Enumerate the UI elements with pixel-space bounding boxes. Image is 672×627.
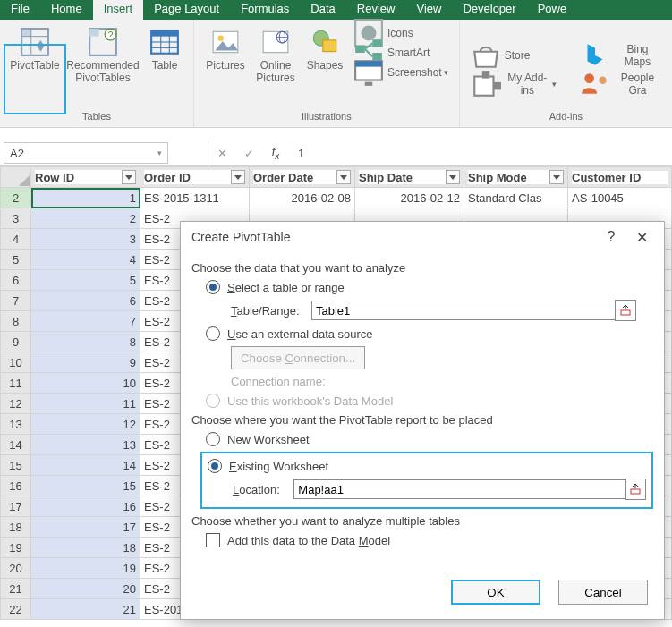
cell-rowid[interactable]: 4 — [31, 250, 140, 270]
chevron-down-icon[interactable]: ▾ — [157, 148, 162, 157]
cell-rowid[interactable]: 3 — [31, 229, 140, 250]
table-row[interactable]: 21ES-2015-13112016-02-082016-02-12Standa… — [1, 188, 672, 208]
row-header[interactable]: 9 — [1, 332, 31, 352]
row-header[interactable]: 18 — [1, 517, 31, 538]
row-header[interactable]: 22 — [1, 599, 31, 620]
cell-rowid[interactable]: 11 — [31, 394, 140, 414]
option-new-worksheet[interactable]: New Worksheet — [206, 432, 653, 446]
table-button[interactable]: Table — [143, 23, 186, 111]
ribbon-tab-data[interactable]: Data — [300, 0, 345, 20]
row-header[interactable]: 15 — [1, 455, 31, 476]
cell-rowid[interactable]: 19 — [31, 558, 140, 579]
row-header[interactable]: 10 — [1, 352, 31, 373]
range-select-button[interactable] — [615, 300, 636, 321]
ribbon-tab-home[interactable]: Home — [40, 0, 93, 20]
row-header[interactable]: 11 — [1, 373, 31, 394]
row-header[interactable]: 6 — [1, 270, 31, 291]
option-add-to-model[interactable]: Add this data to the Data Model — [206, 533, 653, 547]
cell-rowid[interactable]: 6 — [31, 291, 140, 311]
screenshot-button[interactable]: Screenshot ▾ — [350, 63, 452, 82]
filter-dropdown-icon[interactable] — [446, 170, 460, 184]
cell-orderid[interactable]: ES-2015-1311 — [140, 188, 250, 208]
row-header[interactable]: 14 — [1, 435, 31, 455]
cell-rowid[interactable]: 7 — [31, 311, 140, 332]
choose-connection-button[interactable]: Choose Connection... — [231, 346, 365, 369]
row-header[interactable]: 7 — [1, 291, 31, 311]
ribbon-tab-powe[interactable]: Powe — [527, 0, 578, 20]
column-filter-header[interactable]: Row ID — [31, 167, 140, 188]
cell-rowid[interactable]: 16 — [31, 496, 140, 517]
pictures-button[interactable]: Pictures — [201, 23, 250, 111]
ok-button[interactable]: OK — [451, 580, 540, 605]
column-filter-header[interactable]: Ship Date — [355, 167, 464, 188]
row-header[interactable]: 2 — [1, 188, 31, 208]
cell-rowid[interactable]: 12 — [31, 414, 140, 435]
cell-rowid[interactable]: 10 — [31, 373, 140, 394]
option-existing-worksheet[interactable]: Existing Worksheet — [208, 459, 646, 473]
my-addins-button[interactable]: My Add-ins ▾ — [467, 74, 560, 94]
row-header[interactable]: 17 — [1, 496, 31, 517]
cancel-button[interactable]: Cancel — [558, 580, 648, 605]
cell-rowid[interactable]: 14 — [31, 455, 140, 476]
cell-custid[interactable]: AS-10045 — [568, 188, 672, 208]
cell-rowid[interactable]: 5 — [31, 270, 140, 291]
shapes-button[interactable]: Shapes — [302, 23, 348, 111]
cell-rowid[interactable]: 20 — [31, 579, 140, 599]
location-input[interactable] — [293, 479, 625, 499]
location-select-button[interactable] — [625, 479, 646, 500]
row-header[interactable]: 13 — [1, 414, 31, 435]
ribbon-tab-view[interactable]: View — [405, 0, 452, 20]
cell-shipdate[interactable]: 2016-02-12 — [355, 188, 464, 208]
cell-rowid[interactable]: 21 — [31, 599, 140, 620]
store-button[interactable]: Store — [467, 46, 560, 65]
ribbon-tab-file[interactable]: File — [0, 0, 40, 20]
cell-orderdate[interactable]: 2016-02-08 — [250, 188, 355, 208]
cell-rowid[interactable]: 15 — [31, 476, 140, 496]
filter-dropdown-icon[interactable] — [336, 170, 351, 184]
row-header[interactable]: 8 — [1, 311, 31, 332]
cell-rowid[interactable]: 1 — [31, 188, 140, 208]
ribbon-tab-page-layout[interactable]: Page Layout — [143, 0, 230, 20]
cell-rowid[interactable]: 9 — [31, 352, 140, 373]
ribbon-tab-insert[interactable]: Insert — [93, 0, 144, 20]
cell-rowid[interactable]: 13 — [31, 435, 140, 455]
people-graph-button[interactable]: People Gra — [576, 74, 665, 94]
cell-rowid[interactable]: 18 — [31, 538, 140, 558]
row-header[interactable]: 4 — [1, 229, 31, 250]
cell-rowid[interactable]: 8 — [31, 332, 140, 352]
row-header[interactable]: 12 — [1, 394, 31, 414]
column-filter-header[interactable]: Order Date — [250, 167, 355, 188]
cell-shipmode[interactable]: Standard Clas — [464, 188, 568, 208]
cell-rowid[interactable]: 17 — [31, 517, 140, 538]
row-header[interactable]: 3 — [1, 208, 31, 229]
row-header[interactable]: 16 — [1, 476, 31, 496]
table-range-input[interactable] — [311, 301, 616, 320]
ribbon-tab-developer[interactable]: Developer — [452, 0, 526, 20]
option-external-source[interactable]: Use an external data source — [206, 326, 653, 341]
column-filter-header[interactable]: Order ID — [140, 167, 250, 188]
bing-maps-button[interactable]: Bing Maps — [576, 46, 665, 65]
dialog-titlebar[interactable]: Create PivotTable ? ✕ — [181, 222, 664, 252]
formula-value[interactable]: 1 — [289, 147, 304, 160]
cell-rowid[interactable]: 2 — [31, 208, 140, 229]
row-header[interactable]: 5 — [1, 250, 31, 270]
column-filter-header[interactable]: Ship Mode — [464, 167, 568, 188]
close-button[interactable]: ✕ — [626, 229, 657, 246]
ribbon-tab-review[interactable]: Review — [346, 0, 406, 20]
enter-formula-button[interactable]: ✓ — [235, 147, 262, 160]
insert-function-button[interactable]: fx — [262, 145, 289, 161]
help-button[interactable]: ? — [596, 229, 626, 245]
ribbon-tab-formulas[interactable]: Formulas — [230, 0, 300, 20]
cancel-formula-button[interactable]: ✕ — [208, 147, 235, 160]
column-filter-header[interactable]: Customer ID — [568, 167, 672, 188]
online-pictures-button[interactable]: Online Pictures — [250, 23, 302, 111]
select-all-cell[interactable] — [1, 167, 31, 188]
row-header[interactable]: 20 — [1, 558, 31, 579]
row-header[interactable]: 19 — [1, 538, 31, 558]
row-header[interactable]: 21 — [1, 579, 31, 599]
pivottable-button[interactable]: PivotTable — [7, 23, 63, 111]
filter-dropdown-icon[interactable] — [122, 170, 136, 184]
filter-dropdown-icon[interactable] — [549, 170, 564, 184]
name-box[interactable]: A2 ▾ — [4, 142, 168, 164]
filter-dropdown-icon[interactable] — [231, 170, 245, 184]
